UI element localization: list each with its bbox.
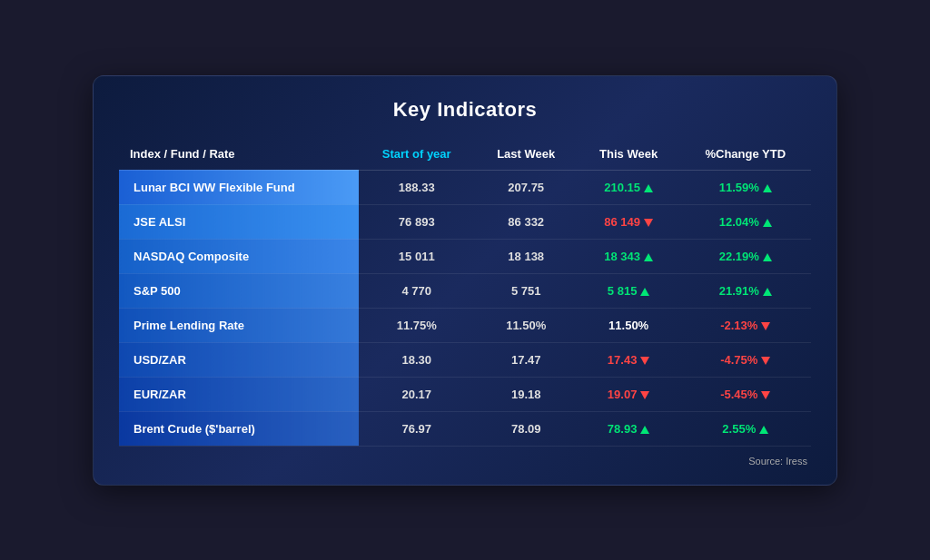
table-row: Prime Lending Rate11.75%11.50%11.50%-2.1… bbox=[119, 308, 811, 342]
cell-last: 17.47 bbox=[475, 342, 578, 377]
down-arrow-icon bbox=[761, 391, 770, 399]
cell-start: 76.97 bbox=[359, 411, 475, 446]
cell-name: USD/ZAR bbox=[119, 342, 359, 377]
cell-name: Brent Crude ($'barrel) bbox=[119, 411, 359, 446]
table-row: NASDAQ Composite15 01118 13818 34322.19% bbox=[119, 239, 811, 273]
down-arrow-icon bbox=[644, 219, 653, 227]
up-arrow-icon bbox=[644, 253, 653, 261]
table-row: S&P 5004 7705 7515 81521.91% bbox=[119, 273, 811, 308]
cell-start: 20.17 bbox=[359, 377, 475, 411]
cell-name: S&P 500 bbox=[119, 273, 359, 308]
cell-last: 19.18 bbox=[475, 377, 578, 411]
cell-last: 18 138 bbox=[475, 239, 578, 273]
col-header-start: Start of year bbox=[359, 138, 475, 171]
cell-name: EUR/ZAR bbox=[119, 377, 359, 411]
card-title: Key Indicators bbox=[119, 98, 811, 122]
up-arrow-icon bbox=[763, 184, 772, 192]
down-arrow-icon bbox=[640, 357, 649, 365]
cell-pct-change: 2.55% bbox=[680, 411, 811, 446]
up-arrow-icon bbox=[763, 253, 772, 261]
cell-pct-change: 21.91% bbox=[680, 273, 811, 308]
cell-this-week: 78.93 bbox=[578, 411, 680, 446]
cell-start: 188.33 bbox=[359, 170, 475, 204]
up-arrow-icon bbox=[640, 426, 649, 434]
cell-name: Lunar BCI WW Flexible Fund bbox=[119, 170, 359, 204]
cell-last: 86 332 bbox=[475, 204, 578, 239]
cell-last: 5 751 bbox=[475, 273, 578, 308]
cell-pct-change: -5.45% bbox=[680, 377, 811, 411]
cell-start: 15 011 bbox=[359, 239, 475, 273]
cell-last: 207.75 bbox=[475, 170, 578, 204]
up-arrow-icon bbox=[759, 426, 768, 434]
col-header-name: Index / Fund / Rate bbox=[119, 138, 359, 171]
cell-this-week: 19.07 bbox=[578, 377, 680, 411]
up-arrow-icon bbox=[644, 184, 653, 192]
indicators-table: Index / Fund / Rate Start of year Last W… bbox=[119, 138, 811, 447]
down-arrow-icon bbox=[640, 391, 649, 399]
table-row: EUR/ZAR20.1719.1819.07-5.45% bbox=[119, 377, 811, 411]
cell-start: 76 893 bbox=[359, 204, 475, 239]
up-arrow-icon bbox=[763, 219, 772, 227]
cell-this-week: 210.15 bbox=[578, 170, 680, 204]
table-row: USD/ZAR18.3017.4717.43-4.75% bbox=[119, 342, 811, 377]
col-header-last: Last Week bbox=[475, 138, 578, 171]
cell-this-week: 11.50% bbox=[578, 308, 680, 342]
cell-name: Prime Lending Rate bbox=[119, 308, 359, 342]
cell-this-week: 5 815 bbox=[578, 273, 680, 308]
source-label: Source: Iress bbox=[119, 456, 811, 467]
table-row: JSE ALSI76 89386 33286 14912.04% bbox=[119, 204, 811, 239]
col-header-pct: %Change YTD bbox=[680, 138, 811, 171]
up-arrow-icon bbox=[763, 288, 772, 296]
cell-start: 4 770 bbox=[359, 273, 475, 308]
up-arrow-icon bbox=[640, 288, 649, 296]
col-header-this: This Week bbox=[578, 138, 680, 171]
cell-start: 11.75% bbox=[359, 308, 475, 342]
cell-this-week: 86 149 bbox=[578, 204, 680, 239]
cell-start: 18.30 bbox=[359, 342, 475, 377]
cell-name: NASDAQ Composite bbox=[119, 239, 359, 273]
cell-this-week: 17.43 bbox=[578, 342, 680, 377]
cell-name: JSE ALSI bbox=[119, 204, 359, 239]
cell-this-week: 18 343 bbox=[578, 239, 680, 273]
key-indicators-card: Key Indicators Index / Fund / Rate Start… bbox=[93, 75, 837, 486]
cell-last: 78.09 bbox=[475, 411, 578, 446]
table-header-row: Index / Fund / Rate Start of year Last W… bbox=[119, 138, 811, 171]
down-arrow-icon bbox=[761, 322, 770, 330]
cell-pct-change: -4.75% bbox=[680, 342, 811, 377]
table-row: Lunar BCI WW Flexible Fund188.33207.7521… bbox=[119, 170, 811, 204]
cell-pct-change: 12.04% bbox=[680, 204, 811, 239]
cell-pct-change: 11.59% bbox=[680, 170, 811, 204]
cell-pct-change: 22.19% bbox=[680, 239, 811, 273]
down-arrow-icon bbox=[761, 357, 770, 365]
table-row: Brent Crude ($'barrel)76.9778.0978.932.5… bbox=[119, 411, 811, 446]
cell-last: 11.50% bbox=[475, 308, 578, 342]
cell-pct-change: -2.13% bbox=[680, 308, 811, 342]
